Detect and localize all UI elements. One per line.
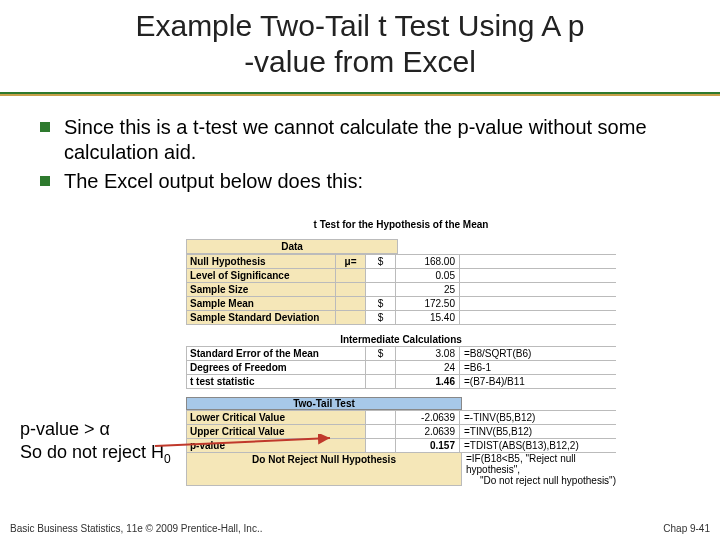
cell-label: Sample Size [186,283,336,296]
cell-symbol [336,311,366,324]
table-row: Degrees of Freedom 24 =B6-1 [186,360,616,374]
footer-right: Chap 9-41 [663,523,710,534]
cell-dollar [366,361,396,374]
cell-formula: =B8/SQRT(B6) [460,347,616,360]
excel-intermediate-title: Intermediate Calculations [186,333,616,346]
table-row: Sample Size 25 [186,282,616,296]
cell-formula: =-TINV(B5,B12) [460,411,616,424]
cell-label: Level of Significance [186,269,336,282]
svg-line-0 [155,438,330,446]
cell-dollar: $ [366,311,396,324]
bullet-text: Since this is a t-test we cannot calcula… [64,115,680,165]
cell-value: 25 [396,283,460,296]
table-row: Sample Mean $ 172.50 [186,296,616,310]
cell-formula: =TDIST(ABS(B13),B12,2) [460,439,616,452]
excel-twotail-title: Two-Tail Test [186,397,462,410]
cell-formula: =TINV(B5,B12) [460,425,616,438]
cell-dollar: $ [366,255,396,268]
cell-formula [460,269,616,282]
cell-dollar: $ [366,347,396,360]
cell-dollar: $ [366,297,396,310]
cell-label: t test statistic [186,375,366,388]
footer: Basic Business Statistics, 11e © 2009 Pr… [10,523,710,534]
table-row: Sample Standard Deviation $ 15.40 [186,310,616,325]
cell-formula [460,283,616,296]
square-bullet-icon [40,122,50,132]
pvalue-line-1: p-value > α [20,418,171,441]
excel-main-title: t Test for the Hypothesis of the Mean [186,218,616,231]
cell-value: 0.05 [396,269,460,282]
square-bullet-icon [40,176,50,186]
cell-formula [460,297,616,310]
cell-dollar [366,269,396,282]
pvalue-line-2: So do not reject H0 [20,441,171,467]
cell-formula: =B6-1 [460,361,616,374]
cell-formula [460,311,616,324]
title-line-2: -value from Excel [244,45,476,78]
cell-label: Sample Mean [186,297,336,310]
cell-value: 15.40 [396,311,460,324]
cell-dollar [366,425,396,438]
cell-value: -2.0639 [396,411,460,424]
reject-formula-1: =IF(B18<B5, "Reject null hypothesis", [466,453,616,475]
cell-value: 168.00 [396,255,460,268]
cell-value: 172.50 [396,297,460,310]
reject-formula-2: "Do not reject null hypothesis") [466,475,616,486]
title-band: Example Two-Tail t Test Using A p -value… [0,0,720,94]
cell-formula: =(B7-B4)/B11 [460,375,616,388]
pvalue-line-2a: So do not reject H [20,442,164,462]
cell-symbol [336,283,366,296]
cell-label: Sample Standard Deviation [186,311,336,324]
cell-value: 24 [396,361,460,374]
cell-dollar [366,411,396,424]
slide-title: Example Two-Tail t Test Using A p -value… [40,8,680,80]
cell-value: 1.46 [396,375,460,388]
content-area: Since this is a t-test we cannot calcula… [40,115,680,198]
cell-dollar [366,439,396,452]
cell-label: Degrees of Freedom [186,361,366,374]
bullet-text: The Excel output below does this: [64,169,363,194]
cell-value: 2.0639 [396,425,460,438]
cell-dollar [366,283,396,296]
cell-value: 3.08 [396,347,460,360]
title-underline [0,94,720,96]
table-row: Null Hypothesis μ= $ 168.00 [186,254,616,268]
list-item: Since this is a t-test we cannot calcula… [40,115,680,165]
arrow-icon [150,434,340,474]
title-line-1: Example Two-Tail t Test Using A p [135,9,584,42]
cell-formula [460,255,616,268]
cell-value: 0.157 [396,439,460,452]
pvalue-conclusion: p-value > α So do not reject H0 [20,418,171,466]
cell-symbol: μ= [336,255,366,268]
list-item: The Excel output below does this: [40,169,680,194]
cell-label: Null Hypothesis [186,255,336,268]
cell-label: Standard Error of the Mean [186,347,366,360]
table-row: t test statistic 1.46 =(B7-B4)/B11 [186,374,616,389]
cell-symbol [336,297,366,310]
reject-formula-wrap: =IF(B18<B5, "Reject null hypothesis", "D… [462,453,616,486]
table-row: Standard Error of the Mean $ 3.08 =B8/SQ… [186,346,616,360]
table-row: Level of Significance 0.05 [186,268,616,282]
cell-label: Lower Critical Value [186,411,366,424]
table-row: Lower Critical Value -2.0639 =-TINV(B5,B… [186,410,616,424]
excel-data-header: Data [186,239,398,254]
footer-left: Basic Business Statistics, 11e © 2009 Pr… [10,523,262,534]
cell-symbol [336,269,366,282]
cell-dollar [366,375,396,388]
